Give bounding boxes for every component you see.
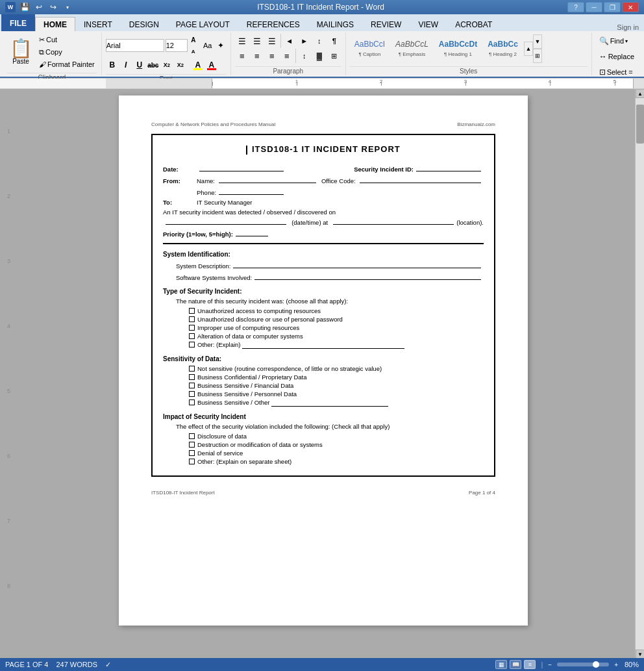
align-center-button[interactable]: ≡ (250, 49, 264, 63)
format-painter-button[interactable]: 🖌 Format Painter (36, 58, 97, 70)
select-button[interactable]: ⊡ Select = (596, 65, 636, 79)
customize-qat-button[interactable]: ▾ (61, 1, 74, 14)
text-highlight-button[interactable]: A (192, 58, 204, 71)
tab-file[interactable]: FILE (1, 14, 35, 31)
find-button[interactable]: 🔍 Find ▾ (596, 34, 631, 48)
borders-button[interactable]: ⊞ (327, 49, 341, 63)
scroll-up-button[interactable]: ▲ (636, 89, 644, 98)
strikethrough-button[interactable]: abc (147, 58, 160, 71)
tab-home[interactable]: HOME (35, 17, 75, 31)
security-id-field[interactable] (416, 164, 481, 171)
superscript-button[interactable]: X2 (174, 58, 187, 71)
office-code-field[interactable] (360, 175, 481, 183)
type-checkbox-3[interactable] (189, 325, 195, 331)
zoom-thumb[interactable] (593, 661, 599, 668)
impact-checkbox-4[interactable] (189, 459, 195, 464)
incident-datetime-field[interactable] (166, 217, 286, 225)
zoom-out-icon[interactable]: − (548, 661, 552, 668)
proofing-status: ✓ (105, 661, 111, 669)
type-checkbox-2[interactable] (189, 316, 195, 322)
tab-references[interactable]: REFERENCES (238, 17, 308, 31)
copy-button[interactable]: ⧉ Copy (36, 46, 97, 58)
save-button[interactable]: 💾 (18, 1, 31, 14)
page-footer-right: Page 1 of 4 (469, 490, 495, 496)
scroll-thumb[interactable] (636, 105, 644, 144)
zoom-in-icon[interactable]: + (614, 661, 618, 668)
tab-page-layout[interactable]: PAGE LAYOUT (167, 17, 238, 31)
tab-design[interactable]: DESIGN (121, 17, 167, 31)
web-layout-button[interactable]: ≡ (524, 660, 536, 669)
paste-button[interactable]: 📋 Paste (6, 36, 35, 68)
styles-scroll-down-button[interactable]: ▼ (533, 34, 542, 49)
undo-button[interactable]: ↩ (32, 1, 45, 14)
line-spacing-button[interactable]: ↕ (297, 49, 312, 63)
type-checkbox-4[interactable] (189, 333, 195, 339)
show-hide-button[interactable]: ¶ (327, 34, 341, 48)
read-mode-button[interactable]: 📖 (510, 660, 521, 669)
system-desc-field[interactable] (233, 260, 481, 268)
font-name-input[interactable] (106, 39, 164, 52)
underline-button[interactable]: U (133, 58, 146, 71)
minimize-button[interactable]: ─ (586, 2, 602, 12)
tab-mailings[interactable]: MAILINGS (308, 17, 362, 31)
impact-checkbox-3[interactable] (189, 450, 195, 456)
cut-button[interactable]: ✂ Cut (36, 34, 97, 45)
font-size-input[interactable] (166, 39, 188, 52)
sign-in-button[interactable]: Sign in (617, 23, 644, 31)
priority-field[interactable] (236, 229, 268, 236)
tab-review[interactable]: REVIEW (362, 17, 410, 31)
decrease-indent-button[interactable]: ◄ (282, 34, 297, 48)
impact-checkbox-2[interactable] (189, 442, 195, 448)
type-checkbox-5[interactable] (189, 342, 195, 348)
font-size-decrease-button[interactable]: A (188, 45, 199, 57)
date-field[interactable] (199, 164, 284, 171)
tab-acrobat[interactable]: ACROBAT (447, 17, 501, 31)
sensitivity-checkbox-1[interactable] (189, 366, 195, 372)
help-button[interactable]: ? (567, 2, 584, 12)
font-size-increase-button[interactable]: A (188, 34, 199, 45)
incident-location-field[interactable] (333, 217, 454, 225)
tab-insert[interactable]: INSERT (75, 17, 121, 31)
name-field[interactable] (219, 175, 316, 183)
sensitivity-checkbox-5[interactable] (189, 399, 195, 405)
phone-field[interactable] (219, 187, 284, 195)
italic-button[interactable]: I (119, 58, 132, 71)
close-button[interactable]: ✕ (622, 2, 639, 12)
zoom-slider[interactable] (557, 663, 609, 666)
align-right-button[interactable]: ≡ (265, 49, 279, 63)
impact-checkbox-1[interactable] (189, 433, 195, 439)
tab-view[interactable]: VIEW (410, 17, 447, 31)
replace-button[interactable]: ↔ Replace (596, 49, 638, 64)
sensitivity-checkbox-4[interactable] (189, 391, 195, 397)
clear-formatting-button[interactable]: ✦ (215, 40, 227, 51)
restore-button[interactable]: ❐ (604, 2, 621, 12)
sensitivity-checkbox-3[interactable] (189, 383, 195, 388)
increase-indent-button[interactable]: ► (297, 34, 312, 48)
styles-scroll-up-button[interactable]: ▲ (524, 42, 533, 56)
multilevel-button[interactable]: ☰ (265, 34, 279, 48)
document-scroll-area[interactable]: Computer & Network Policies and Procedur… (12, 89, 635, 659)
style-emphasis[interactable]: AaBbCcL¶ Emphasis (391, 36, 433, 61)
software-field[interactable] (254, 272, 481, 280)
bullets-button[interactable]: ☰ (235, 34, 249, 48)
shading-button[interactable]: ▓ (312, 49, 327, 63)
sort-button[interactable]: ↕ (312, 34, 327, 48)
redo-button[interactable]: ↪ (47, 1, 60, 14)
justify-button[interactable]: ≡ (280, 49, 294, 63)
subscript-button[interactable]: X2 (160, 58, 173, 71)
type-checkbox-1[interactable] (189, 308, 195, 314)
numbering-button[interactable]: ☰ (250, 34, 264, 48)
scroll-down-button[interactable]: ▼ (636, 650, 644, 659)
style-heading1[interactable]: AaBbCcDt¶ Heading 1 (434, 36, 482, 61)
other-explain-type-field[interactable] (242, 341, 404, 349)
style-caption[interactable]: AaBbCcI¶ Caption (350, 36, 390, 61)
sensitivity-checkbox-2[interactable] (189, 374, 195, 380)
align-left-button[interactable]: ≡ (235, 49, 249, 63)
style-heading2[interactable]: AaBbCc¶ Heading 2 (483, 36, 523, 61)
font-color-button[interactable]: A (205, 58, 218, 71)
styles-expand-button[interactable]: ⊞ (533, 49, 542, 63)
sensitivity-other-field[interactable] (271, 399, 388, 407)
print-layout-button[interactable]: ▦ (495, 660, 507, 669)
bold-button[interactable]: B (106, 58, 119, 71)
change-case-button[interactable]: Aa (202, 40, 214, 51)
